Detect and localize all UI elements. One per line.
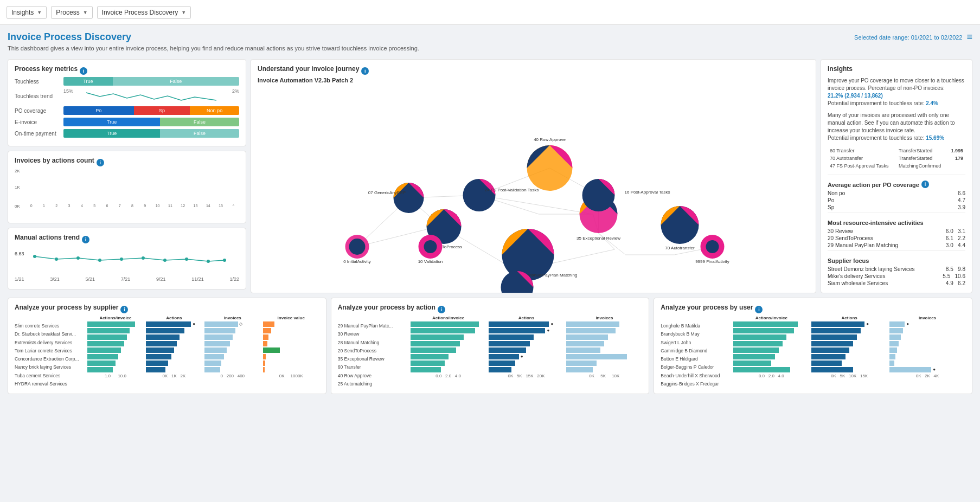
insights-dropdown[interactable]: Insights ▼ <box>7 6 47 19</box>
trend-start: 15% <box>63 88 73 94</box>
avg-action-title: Average action per PO coverage <box>828 182 919 188</box>
supplier-1: Slim conrete Services <box>15 322 85 330</box>
avg-sp: Sp3.9 <box>828 204 965 210</box>
y-label-0k: 0K <box>15 204 20 209</box>
left-panel: Process key metrics i Touchless True Fal… <box>8 59 246 293</box>
action-5: 35 Exceptional Review <box>338 355 408 363</box>
manual-actions-title: Manual actions trend <box>15 234 80 241</box>
flow-info[interactable]: i <box>361 67 369 75</box>
ontime-label: On-time payment <box>15 131 63 137</box>
supplier-labels: Slim conrete Services Dr. Starbuck break… <box>15 316 85 388</box>
avg-action-info[interactable]: i <box>921 181 929 188</box>
svg-text:0 InitialActivity: 0 InitialActivity <box>343 259 371 264</box>
invoices-actions-card: Invoices by actions count i 2K 1K 0K 0 1… <box>8 151 246 223</box>
user-8: Baggins-Bridges X Fredegar <box>661 380 731 388</box>
action-1: 29 Manual PayPlan Matc... <box>338 322 408 330</box>
supplier-name-list: Slim conrete Services Dr. Starbuck break… <box>15 322 85 388</box>
sup-ai-4 <box>87 341 124 346</box>
improvement1: 2.4% <box>926 100 938 106</box>
date-range: Selected date range: 01/2021 to 02/2022 <box>854 34 962 41</box>
action-info[interactable]: i <box>438 306 445 313</box>
x-label-6: 11/21 <box>191 276 204 282</box>
po-coverage-bar: Po Sp Non po <box>63 106 239 115</box>
discovery-dropdown[interactable]: Invoice Process Discovery ▼ <box>97 6 191 19</box>
transfer-sub-2: TransferStarted <box>898 155 947 162</box>
supplier-ai-bars <box>87 321 144 372</box>
action-ai-col: Actions/invoice 0.0 2.0 4.0 <box>411 316 486 388</box>
user-a-bars: ● <box>811 321 887 372</box>
transfer-val-3 <box>948 163 964 169</box>
manual-actions-info[interactable]: i <box>82 236 89 243</box>
node-validation: 10 Validation <box>418 235 443 264</box>
svg-point-0 <box>33 255 36 258</box>
sf-1: Street Demonz brick laying Services8.5 9… <box>828 266 965 272</box>
svg-text:16 Post-Approval Tasks: 16 Post-Approval Tasks <box>625 190 670 195</box>
user-3: Swigert L John <box>661 339 731 347</box>
user-col-hdr-1: Actions/invoice <box>733 316 809 320</box>
r29-vals: 3.0 4.4 <box>946 242 965 248</box>
supplier-focus-section: Supplier focus Street Demonz brick layin… <box>828 250 965 286</box>
po-seg: Po <box>63 106 134 115</box>
resource-30: 30 Review6.0 3.1 <box>828 228 965 234</box>
process-metrics-card: Process key metrics i Touchless True Fal… <box>8 59 246 146</box>
sp-seg: Sp <box>134 106 190 115</box>
node-post16: 16 Post-Approval Tasks <box>582 179 670 211</box>
svg-point-1 <box>55 258 58 261</box>
trend-sparkline <box>63 88 239 104</box>
svg-text:9999 FinalActivity: 9999 FinalActivity <box>695 259 729 264</box>
invoices-bar-chart: 2K 1K 0K 0 1 2 3 4 5 6 7 8 <box>15 169 239 217</box>
supplier-card: Analyze your process by supplier i Slim … <box>8 298 326 394</box>
supplier-chart-title: Analyze your process by supplier <box>15 304 118 311</box>
ontime-bar: True False <box>63 129 239 138</box>
action-6: 60 Transfer <box>338 363 408 371</box>
user-7: Beach-Underhill X Sherwood <box>661 372 731 380</box>
process-dropdown[interactable]: Process ▼ <box>51 6 92 19</box>
supplier-inv-bars: ◇ <box>204 321 261 372</box>
dashboard-grid: Process key metrics i Touchless True Fal… <box>8 59 972 293</box>
user-4: Gammidge B Diamond <box>661 347 731 355</box>
sf-2: Mike's delivery Services5.5 10.6 <box>828 273 965 279</box>
invoices-actions-info[interactable]: i <box>97 159 104 166</box>
user-chart-body: Longhole B Matilda Brandybuck B May Swig… <box>661 316 965 388</box>
act-col-hdr-1: Actions/invoice <box>411 316 486 320</box>
node-auto70: 70 Autotransfer <box>661 206 699 250</box>
resource-20: 20 SendToProcess6.1 2.2 <box>828 235 965 241</box>
action-3: 28 Manual Matching <box>338 339 408 347</box>
svg-point-38 <box>424 240 437 253</box>
svg-text:10 Validation: 10 Validation <box>418 259 443 264</box>
process-metrics-info[interactable]: i <box>80 67 87 75</box>
einvoice-row: E-invoice True False <box>15 118 239 126</box>
user-a-axis: 0K 5K 10K 15K <box>811 374 887 378</box>
transfer-sub-3: MatchingConfirmed <box>898 163 947 169</box>
user-info[interactable]: i <box>755 306 763 313</box>
supplier-info[interactable]: i <box>120 306 128 313</box>
po-coverage-label: PO coverage <box>15 108 63 114</box>
user-col-hdr-2: Actions <box>811 316 887 320</box>
transfer-row-1: 60 Transfer TransferStarted 1.995 <box>829 147 964 154</box>
action-7: 40 Row Approve <box>338 372 408 380</box>
act-col-hdr-3: Invoices <box>566 316 642 320</box>
manual-trend-svg <box>15 248 239 278</box>
supplier-invvalue-col: Invoice value 0K 1000K <box>263 316 319 388</box>
r30-label: 30 Review <box>828 228 853 234</box>
svg-point-49 <box>706 240 719 253</box>
r20-label: 20 SendToProcess <box>828 235 873 241</box>
r30-vals: 6.0 3.1 <box>946 228 965 234</box>
col-hdr-4: Invoice value <box>263 316 319 320</box>
action-a-bars: ● ● ● <box>489 321 565 372</box>
po-highlight: 21.2% (2,934 / 13,862) <box>828 93 883 99</box>
transfer-row-3: 47 FS Post-Approval Tasks MatchingConfir… <box>829 163 964 169</box>
manual-trend-value: 6.63 <box>15 251 24 256</box>
transfer-table: 60 Transfer TransferStarted 1.995 70 Aut… <box>828 146 965 170</box>
process-label: Process <box>56 9 79 16</box>
menu-icon[interactable]: ≡ <box>966 31 972 43</box>
touchless-label: Touchless <box>15 79 63 85</box>
action-chart-title: Analyze your process by action <box>338 304 435 311</box>
page-title: Invoice Process Discovery <box>8 31 419 43</box>
bottom-charts: Analyze your process by supplier i Slim … <box>8 298 972 394</box>
supplier-5: Concordance Extraction Corp... <box>15 355 85 363</box>
act-a-axis: 0K 5K 15K 20K <box>489 374 565 378</box>
transfer-label-1: 60 Transfer <box>829 147 896 154</box>
col-hdr-3: Invoices <box>204 316 261 320</box>
supplier-7: Tuba cement Services <box>15 372 85 380</box>
